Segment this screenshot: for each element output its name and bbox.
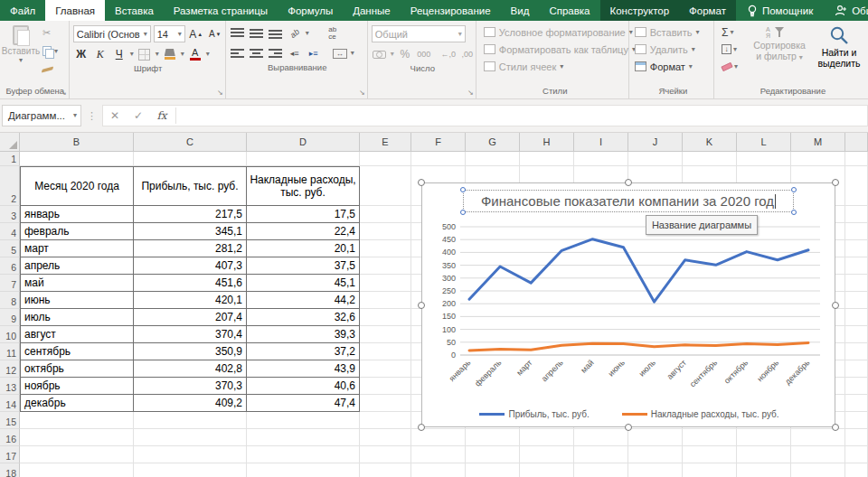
enter-button[interactable]: ✓ [127, 109, 150, 122]
align-top-button[interactable] [230, 25, 246, 42]
tab-help[interactable]: Справка [539, 0, 599, 21]
cell-x2[interactable] [845, 166, 868, 206]
autosum-button[interactable]: Σ▾ [720, 24, 740, 40]
cell-E7[interactable] [360, 275, 411, 292]
cell-C5[interactable]: 281,2 [134, 240, 247, 257]
title-handle-bl[interactable] [460, 210, 466, 215]
shrink-font-button[interactable]: А▼ [207, 26, 223, 42]
column-header-C[interactable]: C [134, 133, 247, 152]
cell-E6[interactable] [360, 257, 411, 275]
cell-J1[interactable] [628, 152, 683, 166]
cell-D14[interactable]: 47,4 [247, 395, 360, 412]
cell-E9[interactable] [360, 309, 411, 326]
row-header-6[interactable]: 6 [0, 257, 20, 275]
cell-E13[interactable] [360, 378, 411, 395]
cell-D10[interactable]: 39,3 [247, 326, 360, 343]
cell-x9[interactable] [845, 309, 868, 326]
cell-B6[interactable]: апрель [20, 257, 134, 275]
cell-C7[interactable]: 451,6 [134, 275, 247, 292]
cell-C12[interactable]: 402,8 [134, 360, 247, 378]
row-header-4[interactable]: 4 [0, 223, 20, 240]
cell-B11[interactable]: сентябрь [20, 343, 134, 360]
cell-E14[interactable] [360, 395, 411, 412]
cell-K1[interactable] [683, 152, 737, 166]
row-header-1[interactable]: 1 [0, 152, 20, 166]
decrease-decimal-button[interactable]: ,00 [459, 46, 476, 62]
column-header-partial[interactable] [845, 133, 868, 152]
fill-button[interactable]: ↓▾ [720, 42, 740, 57]
chart-handle-ml[interactable] [418, 302, 425, 309]
column-header-B[interactable]: B [20, 133, 134, 152]
cell-G16[interactable] [466, 429, 520, 446]
cell-I16[interactable] [574, 429, 628, 446]
format-cells-button[interactable]: Формат▾ [635, 58, 712, 75]
cell-D1[interactable] [247, 152, 360, 166]
cell-E18[interactable] [360, 463, 411, 477]
cell-L18[interactable] [737, 463, 791, 477]
chart-handle-br[interactable] [832, 424, 839, 431]
percent-button[interactable]: % [397, 46, 413, 62]
cell-D16[interactable] [247, 429, 360, 446]
copy-button[interactable]: ▾ [41, 43, 60, 59]
cell-C15[interactable] [134, 412, 247, 429]
cell-x3[interactable] [845, 206, 868, 223]
cell-L1[interactable] [737, 152, 791, 166]
cell-I1[interactable] [574, 152, 628, 166]
cell-B8[interactable]: июнь [20, 292, 134, 309]
cell-E4[interactable] [360, 223, 411, 240]
row-header-18[interactable]: 18 [0, 463, 20, 477]
cell-I18[interactable] [574, 463, 628, 477]
column-header-D[interactable]: D [247, 133, 360, 152]
cell-F16[interactable] [411, 429, 466, 446]
cell-x11[interactable] [845, 343, 868, 360]
merge-center-button[interactable]: ↔ [332, 45, 348, 61]
cell-C1[interactable] [134, 152, 247, 166]
cell-C13[interactable]: 370,3 [134, 378, 247, 395]
cell-J16[interactable] [628, 429, 683, 446]
cell-F17[interactable] [411, 446, 466, 463]
cell-G18[interactable] [466, 463, 520, 477]
underline-button[interactable]: Ч [111, 46, 127, 62]
title-handle-br[interactable] [791, 210, 797, 215]
cell-D6[interactable]: 37,5 [247, 257, 360, 275]
cell-H1[interactable] [520, 152, 574, 166]
cell-B16[interactable] [20, 429, 134, 446]
find-select-button[interactable]: Найти и выделить [812, 23, 866, 85]
cell-C10[interactable]: 370,4 [134, 326, 247, 343]
cell-I17[interactable] [574, 446, 628, 463]
select-all-corner[interactable] [0, 133, 20, 152]
cell-D3[interactable]: 17,5 [247, 206, 360, 223]
cell-C4[interactable]: 345,1 [134, 223, 247, 240]
column-header-E[interactable]: E [360, 133, 411, 152]
legend-item-1[interactable]: Накладные расходы, тыс. руб. [622, 409, 779, 419]
align-middle-button[interactable] [249, 25, 265, 42]
chart-legend[interactable]: Прибыль, тыс. руб.Накладные расходы, тыс… [422, 403, 836, 425]
tab-review[interactable]: Рецензирование [401, 0, 501, 21]
cell-E17[interactable] [360, 446, 411, 463]
cell-F18[interactable] [411, 463, 466, 477]
format-painter-button[interactable] [41, 61, 60, 77]
assistant-button[interactable]: Помощник [736, 0, 824, 21]
font-dialog-launcher[interactable]: ↘ [217, 89, 223, 97]
column-header-G[interactable]: G [466, 133, 520, 152]
cell-G17[interactable] [466, 446, 520, 463]
tab-insert[interactable]: Вставка [105, 0, 164, 21]
tab-chart-format[interactable]: Формат [679, 0, 736, 21]
column-header-I[interactable]: I [574, 133, 628, 152]
wrap-text-button[interactable]: abce [325, 25, 341, 42]
series-line-1[interactable] [469, 343, 808, 351]
insert-function-button[interactable]: fx [150, 109, 174, 122]
align-right-button[interactable] [268, 45, 284, 61]
align-bottom-button[interactable] [268, 25, 284, 42]
cell-C9[interactable]: 207,4 [134, 309, 247, 326]
cell-E12[interactable] [360, 360, 411, 378]
accounting-format-button[interactable] [372, 46, 388, 62]
cell-C3[interactable]: 217,5 [134, 206, 247, 223]
cell-B5[interactable]: март [20, 240, 134, 257]
cell-C14[interactable]: 409,2 [134, 395, 247, 412]
cell-D7[interactable]: 45,1 [247, 275, 360, 292]
cell-B13[interactable]: ноябрь [20, 378, 134, 395]
comma-style-button[interactable]: 000 [416, 46, 432, 62]
borders-button[interactable] [137, 46, 153, 62]
cell-E15[interactable] [360, 412, 411, 429]
